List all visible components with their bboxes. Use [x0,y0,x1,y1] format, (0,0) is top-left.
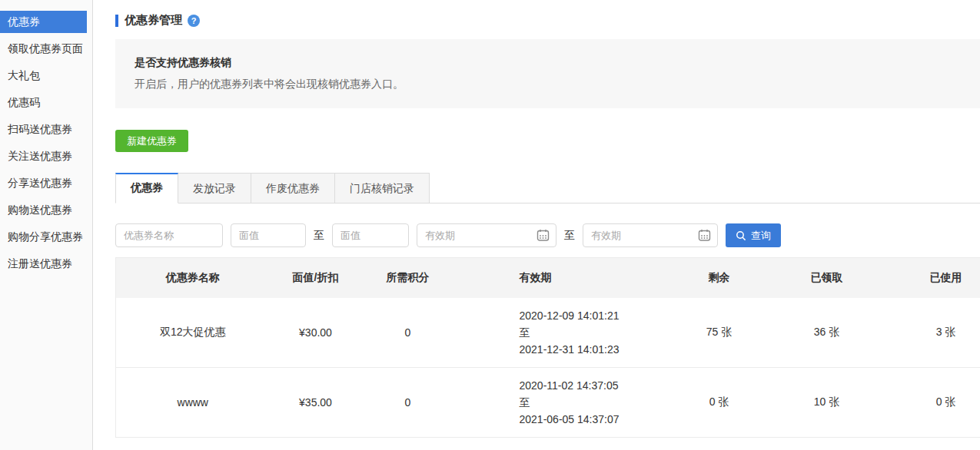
cell-face-value: ¥35.00 [270,368,362,438]
sidebar-item[interactable]: 优惠券 [0,11,87,33]
validity-end: 2021-06-05 14:37:07 [520,411,669,428]
page-title: 优惠券管理 ? [115,13,980,28]
header-face-value: 面值/折扣 [270,258,362,298]
cell-claimed: 10 张 [769,368,885,438]
create-coupon-button[interactable]: 新建优惠券 [115,130,188,152]
sidebar: 优惠券 领取优惠券页面 大礼包 优惠码 扫码送优惠券 关注送优惠券 分享送优惠券… [0,0,93,450]
face-value-max-input[interactable] [332,223,409,247]
cell-coupon-name: 双12大促优惠 [116,298,270,368]
cell-coupon-name: wwww [116,368,270,438]
tab[interactable]: 发放记录 [178,173,251,203]
coupon-table: 优惠券名称 面值/折扣 所需积分 有效期 剩余 已领取 已使用 双12大促优惠 … [115,257,980,438]
search-icon [736,230,746,241]
sidebar-item[interactable]: 分享送优惠券 [0,172,87,194]
sidebar-item[interactable]: 大礼包 [0,65,87,87]
table-header-row: 优惠券名称 面值/折扣 所需积分 有效期 剩余 已领取 已使用 [116,258,980,298]
sidebar-item[interactable]: 扫码送优惠券 [0,118,87,141]
sidebar-item[interactable]: 优惠码 [0,91,87,114]
notice-title: 是否支持优惠券核销 [135,56,961,70]
to-label: 至 [314,229,324,243]
cell-face-value: ¥30.00 [270,298,362,368]
sidebar-item[interactable]: 领取优惠券页面 [0,38,87,60]
header-remaining: 剩余 [669,258,769,298]
table-row: 双12大促优惠 ¥30.00 0 2020-12-09 14:01:21 至 2… [116,298,980,368]
search-button-label: 查询 [751,229,771,243]
help-icon[interactable]: ? [188,15,200,27]
valid-date-end-input[interactable] [583,223,718,247]
sidebar-item[interactable]: 关注送优惠券 [0,145,87,167]
tab[interactable]: 优惠券 [115,173,178,203]
cell-claimed: 36 张 [769,298,885,368]
valid-date-start-field [417,223,556,247]
tab[interactable]: 作废优惠券 [251,173,335,203]
cell-used: 0 张 [885,368,980,438]
cell-remaining: 75 张 [669,298,769,368]
header-points: 所需积分 [362,258,454,298]
cell-points: 0 [362,368,454,438]
header-claimed: 已领取 [769,258,885,298]
tab-bar: 优惠券 发放记录 作废优惠券 门店核销记录 [115,172,980,203]
sidebar-item[interactable]: 购物送优惠券 [0,199,87,221]
cell-validity: 2020-12-09 14:01:21 至 2021-12-31 14:01:2… [454,298,669,368]
table-row: wwww ¥35.00 0 2020-11-02 14:37:05 至 2021… [116,368,980,438]
main-content: 优惠券管理 ? 是否支持优惠券核销 开启后，用户的优惠券列表中将会出现核销优惠券… [93,0,980,450]
validity-start: 2020-12-09 14:01:21 [520,307,669,324]
header-validity: 有效期 [454,258,669,298]
validity-to-label: 至 [520,394,669,411]
sidebar-item[interactable]: 购物分享优惠券 [0,226,87,248]
search-button[interactable]: 查询 [726,223,781,247]
coupon-admin-page: 优惠券 领取优惠券页面 大礼包 优惠码 扫码送优惠券 关注送优惠券 分享送优惠券… [0,0,980,450]
header-used: 已使用 [885,258,980,298]
coupon-name-input[interactable] [115,223,223,247]
sidebar-item[interactable]: 注册送优惠券 [0,253,87,275]
verification-notice-box: 是否支持优惠券核销 开启后，用户的优惠券列表中将会出现核销优惠券入口。 [115,39,980,108]
validity-end: 2021-12-31 14:01:23 [520,341,669,358]
valid-date-start-input[interactable] [417,223,556,247]
validity-start: 2020-11-02 14:37:05 [520,377,669,394]
validity-to-label: 至 [520,324,669,341]
valid-date-end-field [583,223,718,247]
header-coupon-name: 优惠券名称 [116,258,270,298]
cell-validity: 2020-11-02 14:37:05 至 2021-06-05 14:37:0… [454,368,669,438]
filter-bar: 至 至 [115,223,980,247]
tab[interactable]: 门店核销记录 [335,173,430,203]
page-title-text: 优惠券管理 [125,13,182,28]
cell-remaining: 0 张 [669,368,769,438]
cell-points: 0 [362,298,454,368]
title-accent-bar [115,15,118,27]
to-label: 至 [564,229,575,243]
cell-used: 3 张 [885,298,980,368]
notice-description: 开启后，用户的优惠券列表中将会出现核销优惠券入口。 [135,78,961,91]
face-value-min-input[interactable] [231,223,306,247]
